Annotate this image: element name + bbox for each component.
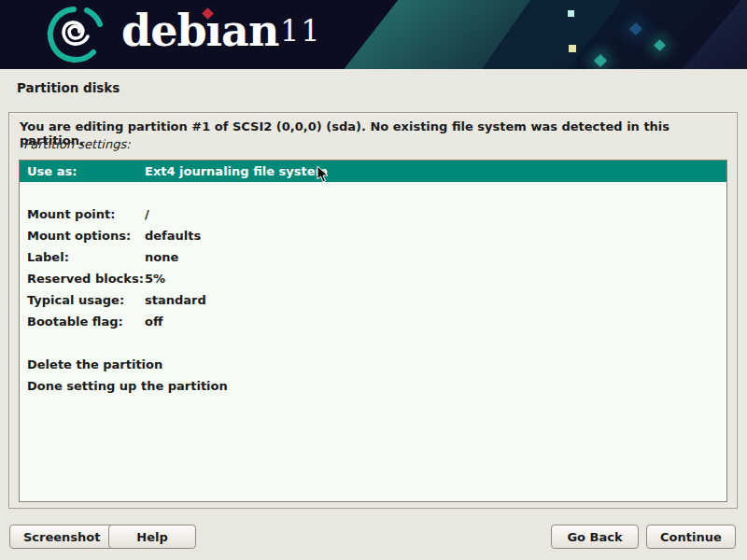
settings-row-value: 5% (145, 268, 165, 289)
settings-row-blank (20, 332, 726, 354)
settings-row-label: Use as: (20, 161, 145, 182)
settings-row-blank (20, 182, 726, 203)
go-back-button[interactable]: Go Back (551, 525, 639, 549)
settings-row-label (20, 332, 145, 354)
settings-row[interactable]: Label:none (20, 246, 726, 268)
banner-pixel-square (568, 10, 574, 17)
banner-pixel-square (569, 45, 576, 52)
settings-row[interactable]: Bootable flag:off (20, 311, 726, 332)
debian-wordmark: debıan (121, 6, 278, 56)
settings-row[interactable]: Delete the partition (20, 354, 726, 375)
settings-row-value: off (145, 311, 162, 332)
partition-info-box: You are editing partition #1 of SCSI2 (0… (8, 112, 738, 509)
settings-row[interactable]: Reserved blocks:5% (20, 268, 726, 289)
settings-row[interactable]: Mount options:defaults (20, 225, 726, 246)
settings-row[interactable]: Done setting up the partition (20, 375, 726, 397)
banner: debıan 11 (0, 0, 747, 69)
settings-row-label: Done setting up the partition (20, 375, 145, 397)
settings-row-label: Delete the partition (20, 354, 145, 375)
settings-row-value: none (145, 246, 178, 268)
info-subtitle: Partition settings: (23, 137, 131, 151)
screenshot-button[interactable]: Screenshot (9, 525, 115, 549)
settings-row-label: Mount options: (20, 225, 145, 246)
settings-row-label: Reserved blocks: (20, 268, 145, 289)
settings-row-value: defaults (145, 225, 201, 246)
settings-row-label: Bootable flag: (20, 311, 145, 332)
settings-row-label (20, 182, 145, 203)
settings-row-value: standard (145, 289, 206, 311)
continue-button[interactable]: Continue (646, 525, 736, 549)
mouse-cursor-icon (317, 165, 331, 187)
button-bar: Screenshot Help Go Back Continue (0, 523, 747, 551)
help-button[interactable]: Help (108, 525, 196, 549)
partition-settings-list[interactable]: Use as:Ext4 journaling file systemMount … (19, 160, 727, 502)
settings-row-value: / (145, 203, 149, 225)
settings-row[interactable]: Mount point:/ (20, 203, 726, 225)
settings-row[interactable]: Typical usage:standard (20, 289, 726, 311)
settings-row-label: Typical usage: (20, 289, 145, 311)
settings-row-label: Label: (20, 246, 145, 268)
settings-row-value: Ext4 journaling file system (145, 161, 328, 182)
settings-row[interactable]: Use as:Ext4 journaling file system (20, 161, 726, 182)
page-title: Partition disks (17, 80, 120, 95)
settings-row-label: Mount point: (20, 203, 145, 225)
debian-swirl-logo-icon (35, 2, 116, 67)
debian-version: 11 (280, 13, 322, 49)
